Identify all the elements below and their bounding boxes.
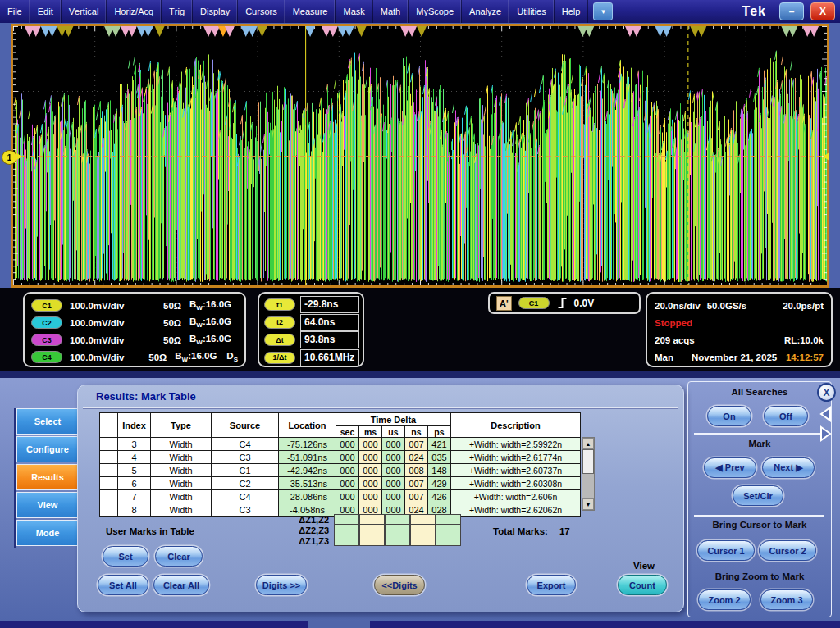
cursor-1-button[interactable]: Cursor 1 xyxy=(697,540,755,561)
acquisition-readout-box[interactable]: 20.0ns/div 50.0GS/s 20.0ps/pt Stopped 20… xyxy=(646,292,833,367)
menu-item-edit[interactable]: Edit xyxy=(30,0,62,23)
menu-item-mask[interactable]: Mask xyxy=(336,0,372,23)
mark-prev-button[interactable]: ◀ Prev xyxy=(704,457,756,478)
channel-readout-row: C2100.0mV/div50ΩBW:16.0G xyxy=(31,314,238,331)
rising-edge-icon xyxy=(557,297,568,309)
cursor-readout-box[interactable]: t1-29.8nst264.0nsΔt93.8ns1/Δt10.661MHz xyxy=(258,292,364,367)
digits-less-button[interactable]: <<Digits xyxy=(374,575,425,595)
cell xyxy=(100,451,118,464)
menu-item-file[interactable]: File xyxy=(0,0,30,23)
menu-item-math[interactable]: Math xyxy=(373,0,409,23)
trigger-readout-box[interactable]: A' C1 0.0V xyxy=(488,292,641,314)
sidebar-item-view[interactable]: View xyxy=(16,492,79,518)
bring-zoom-label: Bring Zoom to Mark xyxy=(687,571,832,581)
cell: Width xyxy=(151,451,212,464)
cell: 008 xyxy=(405,464,428,477)
scroll-down-icon[interactable]: ▼ xyxy=(582,498,594,510)
menu-item-utilities[interactable]: Utilities xyxy=(509,0,554,23)
minimize-button[interactable]: – xyxy=(779,2,804,20)
sidebar-item-results[interactable]: Results xyxy=(16,464,79,490)
cell: 035 xyxy=(428,451,451,464)
channel-scale: 100.0mV/div xyxy=(70,301,148,311)
view-label: View xyxy=(619,561,669,571)
set-all-button[interactable]: Set All xyxy=(98,575,148,595)
cell xyxy=(100,503,118,517)
scrollbar-thumb[interactable] xyxy=(582,449,594,474)
sample-rate: 50.0GS/s xyxy=(707,301,747,311)
delta-label: ΔZ2,Z3 xyxy=(247,526,334,535)
channel-termination: 50Ω xyxy=(139,353,167,362)
clear-button[interactable]: Clear xyxy=(155,546,203,567)
cell: 000 xyxy=(382,464,405,477)
cell: 000 xyxy=(382,477,405,490)
channel-pill[interactable]: C2 xyxy=(31,316,62,329)
table-row[interactable]: 6WidthC2-35.513ns000000000007429+Width: … xyxy=(100,477,581,490)
waveform-canvas[interactable] xyxy=(13,26,827,285)
cell: 426 xyxy=(428,490,451,503)
table-row[interactable]: 5WidthC1-42.942ns000000000008148+Width: … xyxy=(100,464,581,477)
menu-item-horizacq[interactable]: Horiz/Acq xyxy=(107,0,162,23)
cell: 4 xyxy=(118,451,151,464)
cell: 429 xyxy=(428,477,451,490)
sidebar-item-select[interactable]: Select xyxy=(16,408,79,435)
cursor-pill[interactable]: Δt xyxy=(264,334,295,346)
all-searches-off-button[interactable]: Off xyxy=(764,406,808,426)
menu-overflow-button[interactable]: ▼ xyxy=(593,2,613,20)
sidebar-item-configure[interactable]: Configure xyxy=(16,436,79,462)
cursor-2-button[interactable]: Cursor 2 xyxy=(759,540,816,561)
cursor-pill[interactable]: t1 xyxy=(264,298,295,311)
scroll-up-icon[interactable]: ▲ xyxy=(582,438,594,449)
cell: 000 xyxy=(382,451,405,464)
delta-cell xyxy=(385,514,410,525)
cursor-readout-row: t1-29.8ns xyxy=(264,296,359,314)
timebase: 20.0ns/div xyxy=(655,301,701,311)
close-window-button[interactable]: X xyxy=(810,2,835,20)
channel-termination: 50Ω xyxy=(148,301,181,311)
channel-termination: 50Ω xyxy=(148,335,181,345)
menu-item-trig[interactable]: Trig xyxy=(162,0,193,23)
delta-cell xyxy=(410,525,436,535)
sidebar-item-mode[interactable]: Mode xyxy=(16,520,79,546)
set-button[interactable]: Set xyxy=(103,546,148,567)
table-row[interactable]: 4WidthC3-51.091ns000000000024035+Width: … xyxy=(100,451,581,464)
menu-item-cursors[interactable]: Cursors xyxy=(238,0,285,23)
view-count-button[interactable]: Count xyxy=(618,575,667,595)
cell: C1 xyxy=(212,464,279,477)
delta-row: ΔZ2,Z3 xyxy=(247,525,461,535)
panel-slide-right-icon[interactable] xyxy=(818,425,833,443)
user-marks-label: User Marks in Table xyxy=(106,526,194,536)
col-source: Source xyxy=(212,413,279,438)
menu-item-measure[interactable]: Measure xyxy=(285,0,336,23)
title-separator xyxy=(83,407,678,408)
panel-slide-left-icon[interactable] xyxy=(818,405,833,423)
zoom-3-button[interactable]: Zoom 3 xyxy=(760,589,813,610)
channel-pill[interactable]: C1 xyxy=(31,299,62,312)
mark-next-button[interactable]: Next ▶ xyxy=(762,457,815,478)
delta-row: ΔZ1,Z3 xyxy=(247,535,461,546)
acquisition-count: 209 acqs xyxy=(655,335,695,345)
digits-more-button[interactable]: Digits >> xyxy=(256,575,307,595)
channel-readout-box[interactable]: C1100.0mV/div50ΩBW:16.0GC2100.0mV/div50Ω… xyxy=(23,292,246,367)
cursor-pill[interactable]: t2 xyxy=(264,316,295,329)
cell: 148 xyxy=(428,464,451,477)
mark-label: Mark xyxy=(687,439,832,448)
menu-item-myscope[interactable]: MyScope xyxy=(409,0,462,23)
clear-all-button[interactable]: Clear All xyxy=(153,575,209,595)
close-panel-button[interactable]: X xyxy=(817,383,836,402)
zoom-2-button[interactable]: Zoom 2 xyxy=(698,589,751,610)
table-scrollbar[interactable]: ▲ ▼ xyxy=(582,437,595,511)
menu-item-analyze[interactable]: Analyze xyxy=(462,0,509,23)
menu-item-display[interactable]: Display xyxy=(193,0,238,23)
table-row[interactable]: 3WidthC4-75.126ns000000000007421+Width: … xyxy=(100,438,581,451)
menu-item-help[interactable]: Help xyxy=(555,0,589,23)
date: November 21, 2025 xyxy=(692,353,777,362)
all-searches-on-button[interactable]: On xyxy=(707,406,751,426)
menu-item-vertical[interactable]: Vertical xyxy=(62,0,107,23)
channel-pill[interactable]: C3 xyxy=(31,334,62,346)
export-button[interactable]: Export xyxy=(527,575,576,595)
table-row[interactable]: 7WidthC4-28.086ns000000000007426+Width: … xyxy=(100,490,581,503)
cursor-pill[interactable]: 1/Δt xyxy=(264,352,295,364)
channel-pill[interactable]: C4 xyxy=(31,351,62,363)
oscilloscope-screen: FileEditVerticalHoriz/AcqTrigDisplayCurs… xyxy=(0,0,840,628)
mark-set-clr-button[interactable]: Set/Clr xyxy=(733,485,783,506)
